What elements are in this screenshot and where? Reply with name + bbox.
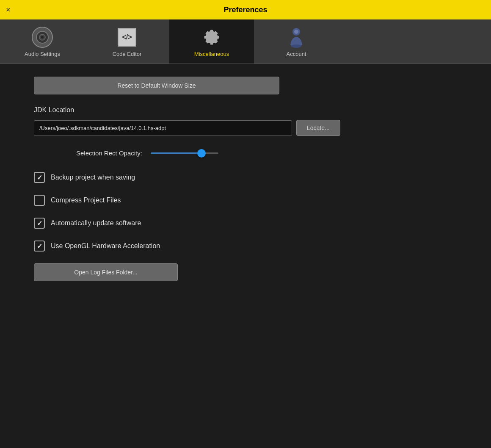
title-bar: × Preferences [0,0,491,19]
tab-miscellaneous[interactable]: Miscellaneous [169,19,254,64]
tab-audio-settings[interactable]: Audio Settings [0,19,85,64]
checkbox-row-opengl: Use OpenGL Hardware Acceleration [34,241,457,252]
svg-point-5 [294,30,298,34]
reset-window-size-button[interactable]: Reset to Default Window Size [34,77,279,94]
svg-point-3 [41,36,44,39]
audio-settings-icon [31,26,53,48]
close-button[interactable]: × [6,6,11,14]
compress-label: Compress Project Files [51,196,121,204]
locate-button[interactable]: Locate... [296,120,340,136]
backup-label: Backup project when saving [51,174,135,181]
main-content: Reset to Default Window Size JDK Locatio… [0,64,491,448]
checkbox-row-compress: Compress Project Files [34,195,457,206]
account-icon [285,26,307,48]
checkbox-row-backup: Backup project when saving [34,172,457,183]
jdk-path-input[interactable] [34,120,292,136]
autoupdate-checkbox[interactable] [34,218,45,229]
tab-code-editor[interactable]: </> Code Editor [85,19,169,64]
opengl-label: Use OpenGL Hardware Acceleration [51,242,160,250]
open-log-files-button[interactable]: Open Log Files Folder... [34,263,178,281]
svg-point-6 [291,44,301,48]
selection-rect-opacity-slider[interactable] [151,152,218,154]
code-editor-icon: </> [116,26,138,48]
jdk-section-label: JDK Location [34,106,457,114]
tab-audio-label: Audio Settings [25,51,60,57]
tab-bar: Audio Settings </> Code Editor Miscellan… [0,19,491,64]
compress-checkbox[interactable] [34,195,45,206]
jdk-row: Locate... [34,120,457,136]
slider-row: Selection Rect Opacity: [34,149,457,157]
opengl-checkbox[interactable] [34,241,45,252]
checkbox-row-autoupdate: Automatically update software [34,218,457,229]
slider-label: Selection Rect Opacity: [76,149,142,157]
autoupdate-label: Automatically update software [51,219,141,227]
tab-account[interactable]: Account [254,19,339,64]
tab-misc-label: Miscellaneous [194,51,229,57]
tab-account-label: Account [287,51,306,57]
slider-fill [151,152,205,154]
miscellaneous-icon [201,26,223,48]
tab-code-label: Code Editor [113,51,142,57]
slider-thumb[interactable] [197,149,206,158]
backup-checkbox[interactable] [34,172,45,183]
window-title: Preferences [223,6,267,14]
